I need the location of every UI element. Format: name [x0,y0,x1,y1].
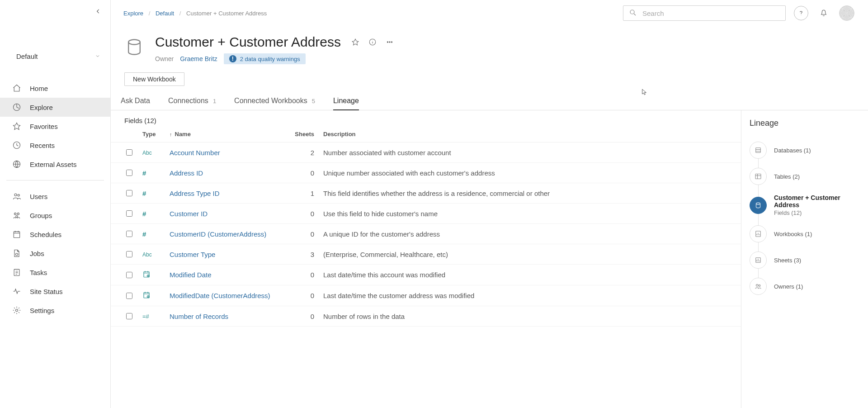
project-selector[interactable]: Default [0,43,110,70]
svg-point-6 [17,213,19,215]
sidebar-item-recents[interactable]: Recents [0,136,110,155]
table-row[interactable]: AbcAccount Number2Number associated with… [111,142,741,163]
row-checkbox[interactable] [126,272,132,278]
lineage-title: Lineage [750,119,863,128]
sidebar-item-home[interactable]: Home [0,79,110,98]
sidebar-item-settings[interactable]: Settings [0,301,110,320]
svg-point-9 [16,253,18,256]
table-row[interactable]: AbcCustomer Type3(Enterprise, Commercial… [111,244,741,265]
column-header-description[interactable]: Description [323,131,727,138]
info-button[interactable] [368,38,377,47]
owner-label: Owner [155,55,174,62]
table-row[interactable]: #Address Type ID1This field identifies w… [111,183,741,204]
search-box[interactable] [623,5,786,21]
gear-icon [12,306,22,315]
row-checkbox[interactable] [126,210,132,217]
fields-table-header: Type ↑Name Sheets Description [111,128,741,142]
row-checkbox[interactable] [126,149,132,156]
table-row[interactable]: =#Number of Records0Number of rows in th… [111,306,741,327]
owner-link[interactable]: Graeme Britz [180,55,217,62]
row-checkbox[interactable] [126,231,132,237]
lineage-item[interactable]: Databases (1) [750,137,863,163]
row-checkbox[interactable] [126,293,132,299]
breadcrumb-current: Customer + Customer Address [186,10,267,17]
svg-point-7 [16,215,18,217]
table-row[interactable]: Modified Date0Last date/time this accoun… [111,265,741,285]
fields-table-body[interactable]: AbcAccount Number2Number associated with… [111,142,741,408]
field-name-link[interactable]: Number of Records [170,313,287,320]
column-header-name[interactable]: ↑Name [170,131,287,138]
tab-label: Ask Data [121,97,150,105]
favorite-star-button[interactable] [351,38,360,47]
field-sheets-count: 0 [287,292,323,299]
field-description: Number associated with customer account [323,149,727,157]
column-header-sheets[interactable]: Sheets [287,131,323,138]
sidebar-item-groups[interactable]: Groups [0,206,110,225]
sidebar-item-external-assets[interactable]: External Assets [0,155,110,174]
tab-connections[interactable]: Connections1 [168,97,216,110]
tabs: Ask Data Connections1 Connected Workbook… [111,86,868,110]
sidebar-item-label: Schedules [30,231,61,238]
breadcrumb: Explore / Default / Customer + Customer … [123,10,267,17]
datasource-icon [124,37,146,59]
help-button[interactable] [794,6,808,20]
sidebar-item-site-status[interactable]: Site Status [0,282,110,301]
tab-ask-data[interactable]: Ask Data [121,97,150,110]
lineage-item-label: Databases (1) [774,147,811,154]
field-name-link[interactable]: CustomerID (CustomerAddress) [170,230,287,238]
tab-lineage[interactable]: Lineage [333,97,359,110]
sidebar-item-favorites[interactable]: Favorites [0,117,110,136]
top-bar: Explore / Default / Customer + Customer … [111,0,868,21]
field-name-link[interactable]: Customer Type [170,251,287,258]
field-name-link[interactable]: Account Number [170,149,287,157]
svg-rect-18 [144,272,149,277]
row-checkbox[interactable] [126,190,132,196]
lineage-item[interactable]: Customer + Customer AddressFields (12) [750,190,863,221]
field-type-icon: Abc [142,149,170,156]
field-name-link[interactable]: Modified Date [170,271,287,279]
field-name-link[interactable]: Address ID [170,169,287,177]
field-sheets-count: 0 [287,169,323,177]
external-icon [12,160,22,169]
collapse-sidebar-button[interactable] [95,8,101,16]
row-checkbox[interactable] [126,170,132,176]
user-avatar[interactable] [839,5,854,21]
field-type-icon [142,291,170,300]
new-workbook-button[interactable]: New Workbook [124,72,184,86]
row-checkbox[interactable] [126,313,132,319]
table-row[interactable]: #CustomerID (CustomerAddress)0A unique I… [111,224,741,244]
star-icon [12,122,22,131]
tab-connected-workbooks[interactable]: Connected Workbooks5 [234,97,315,110]
table-row[interactable]: #Address ID0Unique number associated wit… [111,163,741,183]
field-name-link[interactable]: Customer ID [170,210,287,218]
table-row[interactable]: ModifiedDate (CustomerAddress)0Last date… [111,285,741,306]
lineage-item[interactable]: Owners (1) [750,273,863,299]
data-quality-warning-pill[interactable]: ! 2 data quality warnings [224,53,306,64]
column-header-type[interactable]: Type [142,131,170,138]
column-label: Name [175,131,191,138]
breadcrumb-project[interactable]: Default [156,10,174,17]
svg-rect-22 [756,148,761,153]
notifications-button[interactable] [816,6,831,20]
page-title: Customer + Customer Address [155,34,341,50]
sidebar-item-jobs[interactable]: Jobs [0,244,110,263]
more-actions-button[interactable] [385,38,394,47]
sidebar-item-tasks[interactable]: Tasks [0,263,110,282]
lineage-item[interactable]: Workbooks (1) [750,221,863,247]
field-sheets-count: 0 [287,210,323,218]
sidebar-item-schedules[interactable]: Schedules [0,225,110,244]
field-name-link[interactable]: Address Type ID [170,190,287,197]
tab-label: Lineage [333,97,359,105]
lineage-item[interactable]: Tables (2) [750,163,863,190]
field-type-icon: # [142,169,170,177]
caret-down-icon [95,52,100,60]
breadcrumb-sep: / [179,10,181,17]
sidebar-item-users[interactable]: Users [0,187,110,206]
table-row[interactable]: #Customer ID0Use this field to hide cust… [111,204,741,224]
lineage-item[interactable]: Sheets (3) [750,247,863,273]
breadcrumb-explore[interactable]: Explore [123,10,143,17]
search-input[interactable] [642,9,780,18]
field-name-link[interactable]: ModifiedDate (CustomerAddress) [170,292,287,299]
sidebar-item-explore[interactable]: Explore [0,98,110,117]
row-checkbox[interactable] [126,251,132,257]
